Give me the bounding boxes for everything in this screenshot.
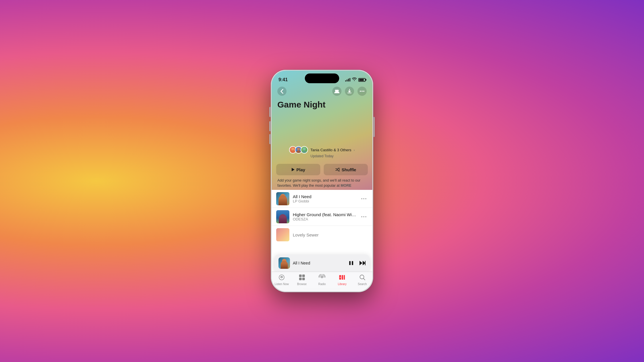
signal-icon	[345, 78, 350, 81]
svg-point-13	[365, 216, 366, 217]
svg-point-1	[337, 90, 339, 92]
tab-library-label: Library	[338, 283, 347, 286]
svg-rect-26	[344, 275, 345, 280]
phone-container: 9:41	[271, 70, 373, 292]
action-buttons: Play Shuffle	[272, 160, 372, 175]
collaborators-section: Tania Castillo & 3 Others › Updated Toda…	[272, 144, 372, 160]
shuffle-label: Shuffle	[342, 167, 356, 172]
library-icon	[339, 274, 345, 282]
svg-point-5	[291, 148, 294, 150]
svg-point-8	[361, 198, 362, 199]
updated-label: Updated Today	[311, 154, 334, 158]
mini-player[interactable]: All I Need	[274, 254, 370, 272]
playlist-description: Add your game night songs, and we'll all…	[272, 175, 372, 190]
svg-point-0	[335, 90, 337, 92]
song-item-2[interactable]: Higher Ground (feat. Naomi Wild) ODESZA	[272, 208, 372, 226]
tab-search-label: Search	[358, 283, 367, 286]
song-item-1[interactable]: All I Need LP Giobbi	[272, 190, 372, 208]
svg-point-10	[365, 198, 366, 199]
play-button[interactable]: Play	[276, 164, 320, 175]
pause-button[interactable]	[348, 260, 354, 266]
tab-radio-label: Radio	[318, 283, 326, 286]
svg-point-27	[340, 277, 341, 278]
skip-forward-button[interactable]	[359, 260, 366, 266]
svg-point-7	[303, 148, 306, 150]
song-info-1: All I Need LP Giobbi	[293, 194, 356, 203]
song-artist-2: ODESZA	[293, 217, 356, 221]
battery-icon	[358, 78, 366, 82]
svg-point-6	[297, 148, 300, 150]
mini-song-info: All I Need	[293, 261, 345, 265]
svg-rect-16	[365, 261, 366, 265]
status-bar: 9:41	[272, 71, 372, 85]
listen-now-icon	[278, 274, 285, 282]
svg-point-23	[321, 277, 323, 278]
svg-rect-25	[342, 275, 343, 280]
download-button[interactable]	[345, 87, 354, 96]
wifi-icon	[352, 77, 357, 82]
tab-browse[interactable]: Browse	[292, 274, 312, 286]
browse-icon	[299, 274, 305, 282]
svg-point-17	[279, 275, 284, 280]
svg-rect-20	[302, 275, 305, 277]
mini-song-title: All I Need	[293, 261, 345, 265]
playlist-header: Game Night	[272, 98, 372, 144]
song-more-1[interactable]	[360, 195, 368, 203]
nav-bar	[272, 85, 372, 98]
svg-point-2	[360, 91, 361, 92]
tab-library[interactable]: Library	[332, 274, 352, 286]
back-button[interactable]	[277, 87, 287, 96]
song-info-2: Higher Ground (feat. Naomi Wild) ODESZA	[293, 212, 356, 221]
svg-point-4	[363, 91, 364, 92]
svg-point-3	[361, 91, 363, 92]
mini-controls	[348, 260, 366, 266]
chevron-right-icon: ›	[354, 148, 355, 152]
phone-screen: 9:41	[272, 71, 372, 291]
svg-point-12	[363, 216, 364, 217]
song-info-3: Lovely Sewer	[293, 232, 368, 237]
svg-rect-21	[299, 278, 302, 280]
tab-listen-now-label: Listen Now	[274, 283, 289, 286]
more-link[interactable]: MORE	[341, 184, 351, 188]
song-artwork-3	[276, 228, 289, 241]
svg-rect-19	[299, 275, 302, 277]
song-artist-1: LP Giobbi	[293, 199, 356, 203]
collaborators-name: Tania Castillo & 3 Others	[310, 148, 351, 152]
playlist-title: Game Night	[277, 100, 367, 110]
tab-radio[interactable]: Radio	[312, 274, 332, 286]
song-more-2[interactable]	[360, 213, 368, 221]
search-icon	[359, 274, 366, 282]
song-title-3: Lovely Sewer	[293, 232, 368, 237]
song-title-2: Higher Ground (feat. Naomi Wild)	[293, 212, 356, 217]
song-item-3[interactable]: Lovely Sewer	[272, 226, 372, 244]
tab-bar: Listen Now Browse	[272, 272, 372, 291]
mini-artwork	[278, 257, 290, 269]
svg-point-11	[361, 216, 362, 217]
songs-list: All I Need LP Giobbi Higher Grou	[272, 190, 372, 254]
svg-rect-14	[349, 261, 351, 265]
svg-rect-15	[352, 261, 353, 265]
status-icons	[345, 77, 366, 82]
play-label: Play	[297, 167, 305, 172]
tab-browse-label: Browse	[297, 283, 307, 286]
tab-search[interactable]: Search	[352, 274, 372, 286]
more-options-button[interactable]	[357, 87, 367, 96]
svg-rect-22	[302, 278, 305, 280]
avatar-3	[301, 146, 308, 154]
tab-listen-now[interactable]: Listen Now	[272, 274, 292, 286]
svg-point-18	[281, 277, 282, 278]
status-time: 9:41	[278, 77, 288, 82]
radio-icon	[319, 274, 325, 282]
collab-avatars	[289, 146, 308, 154]
song-title-1: All I Need	[293, 194, 356, 199]
nav-right-buttons	[332, 87, 367, 96]
shuffle-button[interactable]: Shuffle	[324, 164, 368, 175]
svg-point-9	[363, 198, 364, 199]
song-artwork-1	[276, 192, 289, 205]
collaborators-button[interactable]	[332, 87, 341, 96]
collaborators-row[interactable]: Tania Castillo & 3 Others ›	[289, 146, 355, 154]
song-artwork-2	[276, 210, 289, 223]
